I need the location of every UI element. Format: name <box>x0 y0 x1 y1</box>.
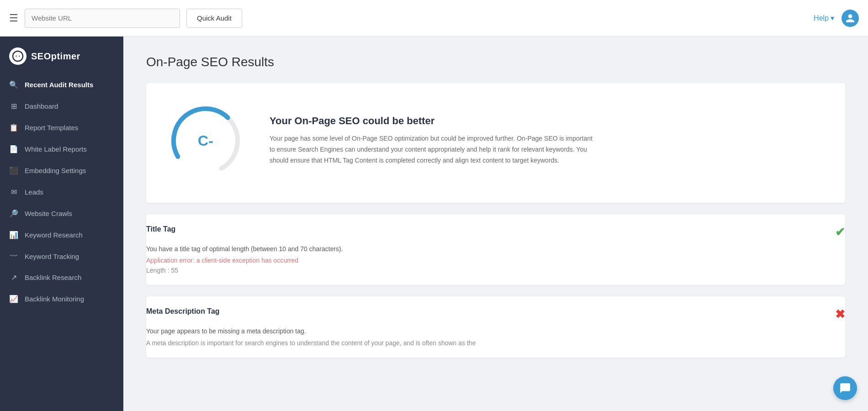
sidebar-item-recent-audit[interactable]: 🔍 Recent Audit Results <box>0 74 123 95</box>
sidebar-item-backlink-research[interactable]: ↗ Backlink Research <box>0 267 123 288</box>
help-label: Help <box>814 14 829 22</box>
sidebar-icon-keyword-research: 📊 <box>9 231 18 239</box>
score-headline: Your On-Page SEO could be better <box>270 115 598 127</box>
fail-icon: ✖ <box>835 307 845 321</box>
topbar-left: ☰ Quick Audit <box>9 9 242 28</box>
sidebar-label-report-templates: Report Templates <box>25 124 78 132</box>
sidebar-icon-report-templates: 📋 <box>9 123 18 132</box>
pass-icon: ✔ <box>835 225 845 239</box>
page-title: On-Page SEO Results <box>146 55 845 69</box>
score-description: Your page has some level of On-Page SEO … <box>270 133 598 166</box>
sidebar-icon-white-label-reports: 📄 <box>9 145 18 153</box>
url-input[interactable] <box>25 9 180 28</box>
topbar: ☰ Quick Audit Help ▾ <box>0 0 868 37</box>
quick-audit-button[interactable]: Quick Audit <box>186 9 242 28</box>
check-error: Application error: a client-side excepti… <box>146 257 845 264</box>
layout: SEOptimer 🔍 Recent Audit Results⊞ Dashbo… <box>0 37 868 411</box>
sidebar-icon-dashboard: ⊞ <box>9 102 18 111</box>
check-meta: A meta description is important for sear… <box>146 339 845 347</box>
sidebar-label-keyword-tracking: Keyword Tracking <box>25 253 79 260</box>
sidebar-item-leads[interactable]: ✉ Leads <box>0 181 123 203</box>
logo-icon <box>9 47 26 65</box>
score-gauge: C- <box>164 100 247 182</box>
chat-bubble[interactable] <box>833 376 857 400</box>
check-header: Title Tag ✔ <box>146 225 845 239</box>
check-description: You have a title tag of optimal length (… <box>146 244 845 254</box>
sidebar-label-leads: Leads <box>25 188 43 196</box>
chevron-down-icon: ▾ <box>831 14 834 22</box>
sidebar-item-keyword-tracking[interactable]: 〰 Keyword Tracking <box>0 246 123 267</box>
sidebar-item-white-label-reports[interactable]: 📄 White Label Reports <box>0 138 123 160</box>
sidebar-item-report-templates[interactable]: 📋 Report Templates <box>0 117 123 138</box>
check-title: Meta Description Tag <box>146 307 220 316</box>
sidebar-label-dashboard: Dashboard <box>25 102 58 110</box>
logo-text: SEOptimer <box>31 51 80 62</box>
sidebar-label-website-crawls: Website Crawls <box>25 210 72 217</box>
help-button[interactable]: Help ▾ <box>814 14 834 22</box>
sidebar-label-keyword-research: Keyword Research <box>25 231 83 239</box>
sidebar-item-keyword-research[interactable]: 📊 Keyword Research <box>0 224 123 246</box>
sidebar-label-recent-audit: Recent Audit Results <box>25 81 93 89</box>
sidebar-item-backlink-monitoring[interactable]: 📈 Backlink Monitoring <box>0 288 123 310</box>
check-description: Your page appears to be missing a meta d… <box>146 326 845 336</box>
sidebar-icon-keyword-tracking: 〰 <box>9 252 18 260</box>
sidebar-icon-website-crawls: 🔎 <box>9 209 18 218</box>
score-card: C- Your On-Page SEO could be better Your… <box>146 83 845 203</box>
topbar-right: Help ▾ <box>814 10 859 27</box>
user-avatar[interactable] <box>842 10 859 27</box>
sidebar-label-backlink-monitoring: Backlink Monitoring <box>25 295 84 303</box>
sidebar-icon-backlink-monitoring: 📈 <box>9 295 18 303</box>
sidebar-item-embedding-settings[interactable]: ⬛ Embedding Settings <box>0 160 123 181</box>
check-header: Meta Description Tag ✖ <box>146 307 845 321</box>
sidebar-icon-backlink-research: ↗ <box>9 273 18 282</box>
score-info: Your On-Page SEO could be better Your pa… <box>270 115 598 166</box>
check-title: Title Tag <box>146 225 175 233</box>
sidebar-label-white-label-reports: White Label Reports <box>25 145 87 153</box>
sidebar-icon-leads: ✉ <box>9 188 18 196</box>
grade-label: C- <box>198 132 213 149</box>
sidebar-label-embedding-settings: Embedding Settings <box>25 167 86 174</box>
svg-point-1 <box>16 55 19 58</box>
sidebar-icon-embedding-settings: ⬛ <box>9 166 18 175</box>
sidebar-logo: SEOptimer <box>0 41 123 74</box>
hamburger-icon[interactable]: ☰ <box>9 12 18 24</box>
check-item-meta-description: Meta Description Tag ✖ Your page appears… <box>146 296 845 357</box>
main-content: On-Page SEO Results C- Your On-Page SEO … <box>123 37 868 411</box>
sidebar-icon-recent-audit: 🔍 <box>9 80 18 89</box>
sidebar-item-dashboard[interactable]: ⊞ Dashboard <box>0 95 123 117</box>
sidebar-label-backlink-research: Backlink Research <box>25 274 81 281</box>
score-section: C- Your On-Page SEO could be better Your… <box>164 100 827 182</box>
check-item-title-tag: Title Tag ✔ You have a title tag of opti… <box>146 214 845 285</box>
check-meta: Length : 55 <box>146 267 845 274</box>
sidebar: SEOptimer 🔍 Recent Audit Results⊞ Dashbo… <box>0 37 123 411</box>
sidebar-item-website-crawls[interactable]: 🔎 Website Crawls <box>0 203 123 224</box>
